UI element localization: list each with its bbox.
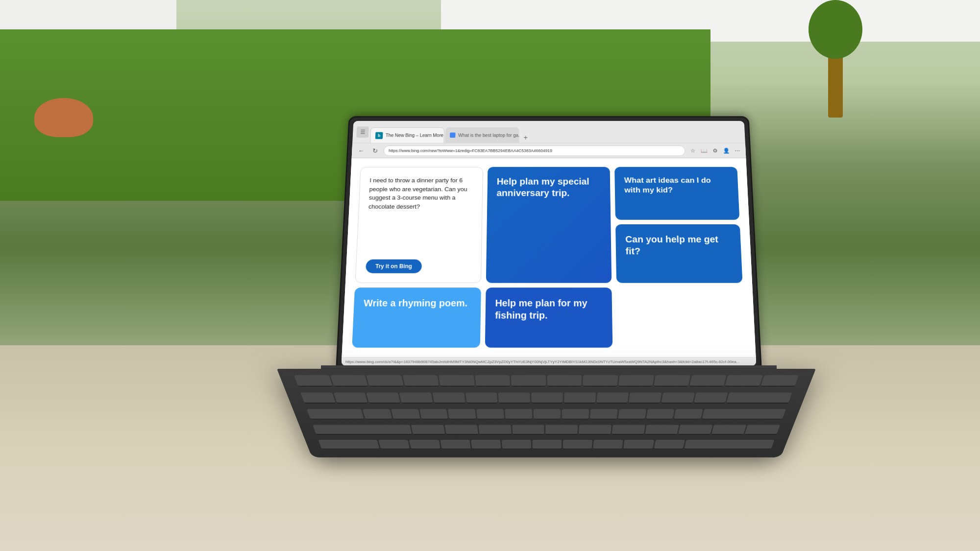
browser-content: I need to throw a dinner party for 6 peo…: [342, 158, 756, 357]
back-button[interactable]: ←: [355, 145, 367, 155]
settings-icon[interactable]: ⚙: [710, 146, 720, 155]
tab-label-2: What is the best laptop for ga...: [458, 133, 519, 138]
rhyming-poem-text: Write a rhyming poem.: [364, 296, 471, 309]
dinner-party-text: I need to throw a dinner party for 6 peo…: [368, 176, 473, 211]
browser-chrome: ☰ b The New Bing – Learn More ✕: [352, 120, 745, 143]
key-e: [419, 409, 448, 419]
key-tab: [307, 409, 364, 419]
key-0: [629, 392, 662, 403]
laptop-container: ☰ b The New Bing – Learn More ✕: [69, 24, 980, 551]
key-row-5: [318, 437, 775, 451]
key-k: [645, 425, 679, 434]
key-v: [471, 439, 501, 449]
key-f8: [583, 375, 618, 386]
key-o: [590, 409, 618, 419]
status-bar: https://www.bing.com/ck/a?!&&p=1637948b9…: [342, 357, 757, 366]
key-h: [579, 425, 612, 434]
key-g: [546, 425, 578, 434]
card-get-fit[interactable]: Can you help me get fit?: [615, 224, 742, 283]
key-f10: [654, 375, 690, 386]
key-row-2: [300, 390, 793, 406]
key-f5: [475, 375, 510, 386]
key-r: [448, 409, 476, 419]
key-c: [440, 439, 471, 449]
keyboard-keys: [293, 373, 800, 451]
get-fit-text: Can you help me get fit?: [625, 233, 732, 257]
key-backspace: [726, 392, 792, 403]
tab-bing-learn-more[interactable]: b The New Bing – Learn More ✕: [370, 127, 444, 143]
bing-page: I need to throw a dinner party for 6 peo…: [342, 158, 756, 357]
address-bar[interactable]: https://www.bing.com/new?toWww=1&redig=F…: [383, 145, 686, 155]
key-comma: [593, 439, 623, 449]
key-f7: [547, 375, 582, 386]
refresh-button[interactable]: ↻: [369, 145, 381, 155]
key-j: [612, 425, 645, 434]
tab-bar: b The New Bing – Learn More ✕ What is th…: [370, 120, 741, 143]
key-q: [362, 409, 392, 419]
key-x: [409, 439, 441, 449]
screen-bezel: ☰ b The New Bing – Learn More ✕: [342, 120, 757, 365]
key-lbracket: [646, 409, 675, 419]
laptop: ☰ b The New Bing – Learn More ✕: [336, 97, 762, 479]
tab-laptop-search[interactable]: What is the best laptop for ga... ✕: [445, 127, 519, 143]
anniversary-text: Help plan my special anniversary trip.: [496, 175, 601, 198]
user-icon[interactable]: 👤: [721, 146, 731, 155]
key-d: [478, 425, 511, 434]
new-tab-button[interactable]: +: [520, 132, 531, 143]
star-icon[interactable]: ☆: [688, 146, 698, 155]
key-return: [702, 409, 786, 419]
key-rbracket: [674, 409, 703, 419]
key-n: [532, 439, 562, 449]
try-on-bing-button[interactable]: Try it on Bing: [366, 259, 422, 273]
card-anniversary[interactable]: Help plan my special anniversary trip.: [486, 167, 612, 283]
key-f3: [402, 375, 439, 386]
key-period: [623, 439, 654, 449]
cards-grid: I need to throw a dinner party for 6 peo…: [352, 167, 745, 347]
key-f: [512, 425, 544, 434]
key-lshift: [318, 439, 380, 449]
key-caps: [313, 425, 412, 434]
key-equals: [694, 392, 728, 403]
key-minus: [661, 392, 694, 403]
art-ideas-text: What art ideas can I do with my kid?: [624, 175, 729, 195]
laptop-hinge: [321, 365, 777, 368]
browser-window: ☰ b The New Bing – Learn More ✕: [342, 120, 757, 365]
key-t: [476, 409, 504, 419]
card-art-ideas[interactable]: What art ideas can I do with my kid?: [614, 167, 739, 219]
key-p: [618, 409, 646, 419]
key-f4: [439, 375, 474, 386]
key-4: [432, 392, 465, 403]
key-s: [444, 425, 478, 434]
key-z: [378, 439, 410, 449]
read-icon[interactable]: 📖: [699, 146, 709, 155]
key-l: [678, 425, 712, 434]
more-icon[interactable]: ⋯: [733, 146, 742, 155]
key-y: [505, 409, 532, 419]
address-text: https://www.bing.com/new?toWww=1&redig=F…: [389, 148, 552, 152]
fishing-trip-text: Help me plan for my fishing trip.: [495, 296, 603, 321]
key-f6: [511, 375, 546, 386]
key-row-3: [306, 407, 786, 421]
key-slash: [654, 439, 685, 449]
key-9: [596, 392, 629, 403]
card-fishing-trip[interactable]: Help me plan for my fishing trip.: [485, 287, 612, 347]
key-f1: [330, 375, 368, 386]
key-row-4: [312, 423, 781, 436]
key-3: [399, 392, 433, 403]
key-f11: [689, 375, 727, 386]
key-quote: [745, 425, 780, 434]
key-f9: [618, 375, 654, 386]
card-dinner-party[interactable]: I need to throw a dinner party for 6 peo…: [355, 167, 483, 283]
card-rhyming-poem[interactable]: Write a rhyming poem.: [352, 287, 481, 347]
key-w: [391, 409, 420, 419]
key-i: [562, 409, 589, 419]
key-row-1: [293, 373, 800, 388]
key-6: [498, 392, 530, 403]
toolbar-icons: ☆ 📖 ⚙ 👤 ⋯: [688, 146, 742, 155]
key-a: [411, 425, 445, 434]
key-1: [334, 392, 368, 403]
sidebar-button[interactable]: ☰: [356, 126, 369, 137]
bing-favicon: b: [375, 132, 383, 139]
status-url: https://www.bing.com/ck/a?!&&p=1637948b9…: [345, 359, 740, 364]
search-favicon: [450, 132, 456, 138]
